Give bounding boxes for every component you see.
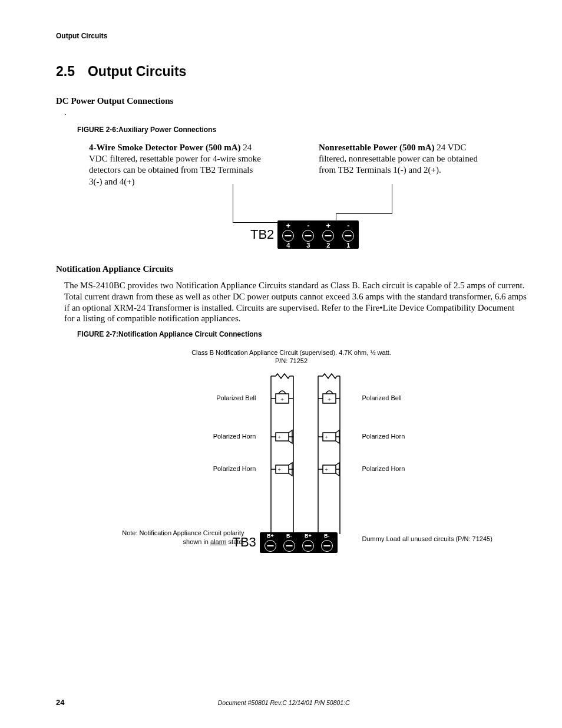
tb2-label: TB2: [250, 227, 274, 242]
screw-icon: [265, 540, 276, 552]
tb2-terminal-3: - 3: [302, 222, 314, 249]
tb2-terminal-strip: + 4 - 3 + 2 - 1: [277, 220, 359, 249]
tb3-label: TB3: [233, 535, 256, 550]
figure-2-7-label: FIGURE 2-7:: [77, 330, 118, 338]
row1-left-label: Polarized Bell: [216, 394, 256, 401]
row2-right-label: Polarized Horn: [362, 433, 405, 440]
svg-text:+: +: [325, 466, 328, 473]
section-name: Output Circuits: [88, 64, 186, 79]
svg-text:+: +: [328, 396, 331, 403]
running-header: Output Circuits: [56, 32, 527, 40]
svg-text:+: +: [277, 466, 281, 473]
footer-doc-line: Document #50801 Rev.C 12/14/01 P/N 50801…: [218, 699, 350, 706]
section-title: 2.5Output Circuits: [56, 64, 527, 80]
screw-icon: [282, 230, 294, 242]
figure-2-6-title: Auxiliary Power Connections: [118, 126, 216, 134]
svg-text:+: +: [280, 396, 284, 403]
dummy-load-note: Dummy Load all unused circuits (P/N: 712…: [362, 535, 492, 542]
figure-2-7-wiring-svg: + + + +: [74, 369, 510, 553]
page-number: 24: [56, 698, 64, 707]
tb3-terminal-bplus-1: B+: [265, 533, 276, 552]
tb2-terminal-4: + 4: [282, 222, 294, 249]
row2-left-label: Polarized Horn: [213, 433, 256, 440]
figure-2-6-label: FIGURE 2-6:: [77, 126, 118, 134]
svg-text:+: +: [325, 434, 328, 440]
fig26-left-text: 4-Wire Smoke Detector Power (500 mA) 24 …: [89, 142, 266, 187]
polarity-note: Note: Notification Appliance Circuit pol…: [122, 529, 244, 546]
row3-left-label: Polarized Horn: [213, 465, 256, 472]
figure-2-7-title: Notification Appliance Circuit Connectio…: [118, 330, 262, 338]
tb2-terminal-1: - 1: [342, 222, 354, 249]
dc-power-heading: DC Power Output Connections: [56, 96, 527, 106]
svg-text:+: +: [277, 434, 281, 440]
screw-icon: [283, 540, 295, 552]
screw-icon: [321, 540, 333, 552]
screw-icon: [322, 230, 334, 242]
fig26-right-lead: Nonresettable Power (500 mA): [319, 143, 434, 152]
tb3-terminal-strip: B+ B- B+ B-: [260, 532, 338, 553]
figure-2-6-diagram: TB2 + 4 - 3 + 2 -: [56, 184, 527, 249]
nac-paragraph: The MS-2410BC provides two Notification …: [64, 280, 527, 325]
figure-2-7-caption: FIGURE 2-7:Notification Appliance Circui…: [77, 330, 527, 338]
figure-2-7-top-caption: Class B Notification Appliance Circuit (…: [56, 349, 527, 365]
row1-right-label: Polarized Bell: [362, 394, 402, 401]
fig26-right-text: Nonresettable Power (500 mA) 24 VDC filt…: [319, 142, 495, 187]
screw-icon: [302, 230, 314, 242]
screw-icon: [302, 540, 314, 552]
figure-2-6-caption: FIGURE 2-6:Auxiliary Power Connections: [77, 126, 527, 134]
fig26-left-lead: 4-Wire Smoke Detector Power (500 mA): [89, 143, 241, 152]
figure-2-7-diagram: + + + +: [74, 369, 510, 553]
stray-dot: .: [64, 107, 527, 117]
tb3-terminal-bplus-2: B+: [302, 533, 314, 552]
nac-heading: Notification Appliance Circuits: [56, 264, 527, 274]
tb2-terminal-2: + 2: [322, 222, 334, 249]
row3-right-label: Polarized Horn: [362, 465, 405, 472]
tb3-terminal-bminus-1: B-: [283, 533, 295, 552]
screw-icon: [342, 230, 354, 242]
section-number: 2.5: [56, 64, 75, 79]
tb3-terminal-bminus-2: B-: [321, 533, 333, 552]
